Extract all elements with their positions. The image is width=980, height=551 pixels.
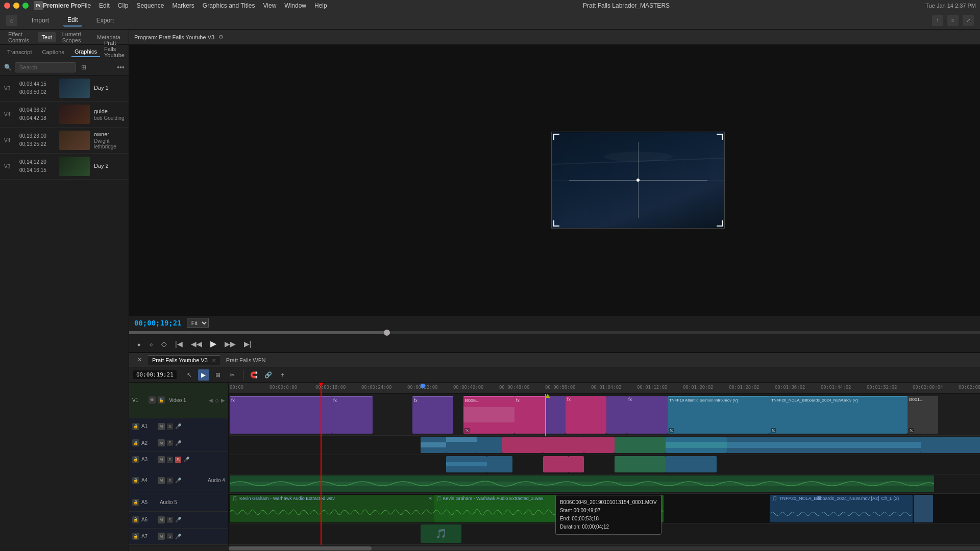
video-track-row[interactable]: fx fx fx B006... (229, 394, 980, 436)
audio-clip-a1-4[interactable] (502, 437, 543, 453)
step-fwd-button[interactable]: ▶▶ (222, 338, 238, 349)
menu-file[interactable]: File (81, 2, 91, 9)
clip-v1-9[interactable]: fx (627, 396, 668, 434)
close-button[interactable] (4, 3, 10, 9)
audio-clip-a2-3[interactable] (543, 456, 569, 472)
current-timecode[interactable]: 00;00;19;21 (134, 319, 182, 327)
visibility-icon-v1[interactable]: 👁 (149, 396, 156, 404)
timeline-tracks[interactable]: 00:00 00;00;8;00 00;00;16;00 00;00;24;00… (229, 383, 980, 545)
audio-track-row-a2[interactable] (229, 455, 980, 474)
audio-clip-a5-1[interactable]: 🎵 (421, 524, 461, 543)
panel-icon[interactable]: ≡ (947, 15, 959, 26)
linked-selection-toggle[interactable]: 🔗 (263, 369, 274, 381)
minimize-button[interactable] (13, 3, 19, 9)
mark-out-button[interactable]: ⬦ (146, 338, 156, 349)
track-settings-a2[interactable]: M (158, 439, 165, 446)
lock-icon-a6[interactable]: 🔒 (132, 516, 139, 523)
lock-icon-a4[interactable]: 🔒 (132, 477, 139, 484)
audio-track-row-a4[interactable]: 🎵 Kevin Graham - Warhawk Audio Extracted… (229, 494, 980, 523)
lethbridge-link[interactable]: lethbridge (94, 144, 116, 149)
edit-button[interactable]: Edit (63, 14, 82, 27)
list-item[interactable]: V3 00;03;44;15 00;03;50;02 Day 1 (0, 76, 129, 102)
audio-clip-a1-9[interactable] (727, 437, 921, 453)
audio-clip-a4-4[interactable] (914, 495, 933, 522)
menu-edit[interactable]: Edit (99, 2, 110, 9)
audio-clip-a1-5[interactable] (543, 437, 584, 453)
subtab-graphics[interactable]: Graphics (71, 47, 100, 57)
track-settings-a3[interactable]: M (158, 456, 165, 463)
step-back-button[interactable]: ◀◀ (188, 338, 205, 349)
lock-icon-a3[interactable]: 🔒 (132, 456, 139, 463)
solo-a3[interactable]: S (167, 457, 173, 463)
lock-icon-a1[interactable]: 🔒 (132, 423, 139, 430)
goto-in-button[interactable]: |◀ (173, 338, 185, 349)
solo-active-a3[interactable]: S (175, 457, 181, 463)
audio-clip-a1-3[interactable] (477, 437, 502, 453)
search-input[interactable] (15, 62, 76, 72)
audio-clip-a1-10[interactable] (921, 437, 980, 453)
export-button[interactable]: Export (92, 15, 118, 26)
clip-v1-3[interactable]: fx (412, 396, 453, 434)
clip-v1-4[interactable]: B006... fx (463, 396, 514, 434)
snap-toggle[interactable]: 🧲 (249, 369, 260, 381)
audio-clip-a2-1[interactable] (446, 456, 487, 472)
audio-clip-a1-2[interactable] (446, 437, 477, 453)
audio-clip-a2-4[interactable] (569, 456, 584, 472)
mic-a4[interactable]: 🎤 (175, 478, 181, 483)
goto-out-button[interactable]: ▶| (241, 338, 254, 349)
solo-a2[interactable]: S (167, 440, 173, 446)
solo-a7[interactable]: S (167, 533, 173, 539)
lock-icon-v1[interactable]: 🔒 (158, 396, 165, 404)
clip-v1-1[interactable]: fx (230, 396, 332, 434)
razor-tool[interactable]: ✂ (227, 369, 238, 381)
clip-v1-7[interactable]: fx (566, 396, 606, 434)
add-kf-icon[interactable]: ◇ (215, 397, 219, 403)
subtab-captions[interactable]: Captions (39, 47, 67, 57)
menu-clip[interactable]: Clip (118, 2, 129, 9)
tab-lumetri[interactable]: Lumetri Scopes (58, 29, 91, 45)
clip-v1-11[interactable]: TNFF20_NOLA_Billboards_2024_NEW.mov [V] … (770, 396, 908, 434)
clip-v1-10[interactable]: TNFF19 Atlantic Salmon Intro.mov [V] fx (668, 396, 770, 434)
lock-icon-a5[interactable]: 🔒 (132, 499, 139, 506)
track-settings-a7[interactable]: M (158, 533, 165, 540)
clip-v1-2[interactable]: fx (332, 396, 373, 434)
tab-effect-controls[interactable]: Effect Controls (4, 29, 36, 45)
track-settings-a6[interactable]: M (158, 516, 165, 523)
import-button[interactable]: Import (28, 15, 53, 26)
list-item[interactable]: V4 00;13;23;00 00;13;25;22 owner Dwight … (0, 128, 129, 154)
prev-clip-icon[interactable]: ◀ (209, 397, 213, 403)
horizontal-scrollbar[interactable] (229, 546, 980, 550)
audio-clip-a1-1[interactable] (421, 437, 446, 453)
mic-a6[interactable]: 🎤 (175, 517, 181, 522)
play-button[interactable]: ▶ (208, 337, 219, 350)
tab-pratt-falls-v3[interactable]: Pratt Falls Youtube V3 ✕ (148, 355, 220, 365)
tab-text[interactable]: Text (38, 32, 56, 42)
audio-clip-a2-2[interactable] (487, 456, 512, 472)
filter-icon[interactable]: ⊞ (81, 64, 86, 71)
list-item[interactable]: V3 00;14;12;20 00;14;16;15 Day 2 (0, 154, 129, 180)
mic-a3[interactable]: 🎤 (183, 457, 189, 462)
menu-help[interactable]: Help (314, 2, 327, 9)
audio-clip-a1-7[interactable] (615, 437, 666, 453)
next-clip-icon[interactable]: ▶ (221, 397, 225, 403)
menu-markers[interactable]: Markers (172, 2, 194, 9)
timeline-timecode[interactable]: 00;00;19;21 (133, 370, 177, 379)
progress-bar[interactable] (129, 331, 980, 334)
menu-window[interactable]: Window (284, 2, 306, 9)
menu-view[interactable]: View (263, 2, 277, 9)
mic-a7[interactable]: 🎤 (175, 534, 181, 539)
audio-clip-a4-2[interactable]: 🎵 Kevin Graham - Warhawk Audio Extracted… (434, 495, 664, 522)
menu-graphics[interactable]: Graphics and Titles (203, 2, 255, 9)
clip-v1-6[interactable] (545, 396, 566, 434)
solo-a1[interactable]: S (167, 423, 173, 430)
clip-v1-8[interactable] (606, 396, 627, 434)
audio-clip-a1-8[interactable] (666, 437, 727, 453)
solo-a6[interactable]: S (167, 517, 173, 523)
maximize-button[interactable] (22, 3, 29, 9)
mic-a1[interactable]: 🎤 (175, 423, 181, 429)
add-marker-button[interactable]: ◇ (159, 338, 169, 349)
track-settings-a1[interactable]: M (158, 423, 165, 430)
mark-in-button[interactable]: ⬥ (134, 338, 143, 349)
more-options-icon[interactable]: ••• (117, 63, 125, 71)
audio-clip-a1-6[interactable] (584, 437, 615, 453)
